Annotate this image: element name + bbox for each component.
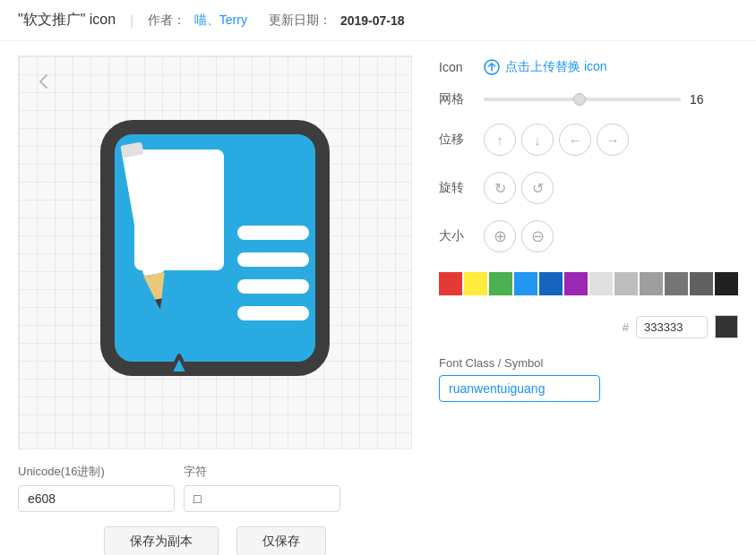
char-label: 字符: [184, 464, 340, 480]
grid-row: 网格 16: [439, 91, 738, 107]
rotate-buttons: ↻ ↺: [484, 172, 554, 204]
author-label: 作者：: [148, 13, 185, 29]
header: "软文推广" icon | 作者： 喵、Terry 更新日期： 2019-07-…: [0, 0, 756, 41]
move-row: 位移 ↑ ↓ ← →: [439, 124, 738, 156]
zoom-out-button[interactable]: ⊖: [521, 220, 554, 252]
size-row: 大小 ⊕ ⊖: [439, 220, 738, 252]
color-swatch[interactable]: [614, 272, 638, 295]
svg-rect-4: [237, 252, 309, 267]
date-label: 更新日期：: [269, 13, 331, 29]
unicode-group: Unicode(16进制): [18, 464, 175, 512]
upload-icon: [484, 59, 500, 75]
move-left-button[interactable]: ←: [559, 124, 591, 156]
rotate-counterclockwise-button[interactable]: ↺: [521, 172, 554, 204]
move-up-button[interactable]: ↑: [484, 124, 516, 156]
color-swatch[interactable]: [539, 272, 563, 295]
icon-upload-row: Icon 点击上传替换 icon: [439, 59, 738, 75]
color-swatch[interactable]: [464, 272, 487, 295]
size-buttons: ⊕ ⊖: [484, 220, 554, 252]
color-palette: [439, 272, 738, 295]
svg-rect-3: [237, 226, 309, 240]
color-swatch[interactable]: [514, 272, 537, 295]
separator: |: [130, 13, 133, 28]
upload-text: 点击上传替换 icon: [505, 59, 607, 75]
char-input[interactable]: [184, 485, 340, 512]
grid-slider[interactable]: [484, 98, 681, 101]
move-label: 位移: [439, 132, 471, 148]
left-panel: Unicode(16进制) 字符 保存为副本 仅保存: [18, 56, 412, 555]
svg-rect-6: [237, 306, 309, 320]
zoom-in-button[interactable]: ⊕: [484, 220, 516, 252]
rotate-label: 旋转: [439, 180, 471, 196]
upload-icon-button[interactable]: 点击上传替换 icon: [484, 59, 607, 75]
color-swatch[interactable]: [489, 272, 512, 295]
date-value: 2019-07-18: [340, 13, 405, 28]
color-hex-input[interactable]: [636, 316, 708, 338]
svg-rect-5: [237, 279, 309, 294]
author-link[interactable]: 喵、Terry: [194, 13, 247, 29]
icon-preview: [63, 100, 367, 405]
save-only-button[interactable]: 仅保存: [236, 526, 326, 555]
color-hash: #: [623, 320, 629, 334]
button-row: 保存为副本 仅保存: [18, 526, 412, 555]
char-group: 字符: [184, 464, 340, 512]
grid-value: 16: [690, 92, 708, 107]
grid-label: 网格: [439, 91, 471, 107]
color-swatch[interactable]: [589, 272, 613, 295]
font-class-label: Font Class / Symbol: [439, 356, 738, 370]
color-swatch[interactable]: [439, 272, 462, 295]
move-down-button[interactable]: ↓: [521, 124, 554, 156]
color-swatch[interactable]: [640, 272, 663, 295]
color-swatch[interactable]: [690, 272, 713, 295]
save-copy-button[interactable]: 保存为副本: [104, 526, 219, 555]
back-button[interactable]: [31, 69, 56, 94]
font-class-input[interactable]: [439, 375, 600, 402]
main-content: Unicode(16进制) 字符 保存为副本 仅保存 Icon: [0, 41, 756, 555]
color-swatch[interactable]: [715, 272, 738, 295]
icon-label: Icon: [439, 60, 471, 74]
direction-buttons: ↑ ↓ ← →: [484, 124, 629, 156]
icon-canvas: [18, 56, 412, 449]
color-swatch[interactable]: [665, 272, 688, 295]
page-title: "软文推广" icon: [18, 11, 116, 30]
font-class-section: Font Class / Symbol: [439, 356, 738, 402]
color-preview[interactable]: [715, 315, 738, 338]
current-color-row: #: [439, 315, 738, 338]
size-label: 大小: [439, 228, 471, 244]
rotate-clockwise-button[interactable]: ↻: [484, 172, 516, 204]
move-right-button[interactable]: →: [597, 124, 629, 156]
bottom-info: Unicode(16进制) 字符: [18, 464, 412, 512]
right-panel: Icon 点击上传替换 icon 网格 16 位移 ↑ ↓: [439, 56, 738, 555]
color-swatch[interactable]: [564, 272, 588, 295]
grid-slider-wrap: 16: [484, 92, 708, 107]
unicode-input[interactable]: [18, 485, 175, 512]
rotate-row: 旋转 ↻ ↺: [439, 172, 738, 204]
unicode-label: Unicode(16进制): [18, 464, 175, 480]
